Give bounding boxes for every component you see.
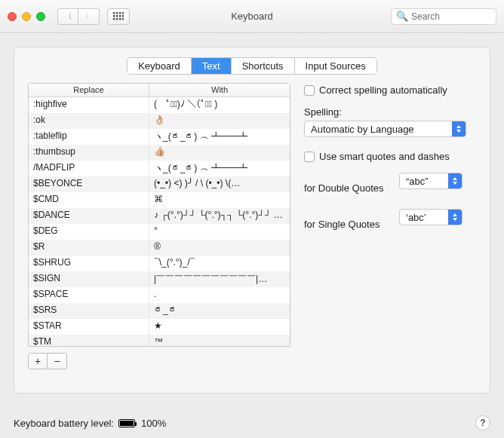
cell-with: ⌘ bbox=[149, 192, 290, 208]
battery-label: Keyboard battery level: bbox=[14, 418, 114, 429]
table-body[interactable]: :highfive( ﾟ◡ﾟ)ﾉ ＼(ﾟ◡ﾟ ):ok👌🏼:tableflipヽ… bbox=[29, 97, 290, 346]
col-replace[interactable]: Replace bbox=[29, 84, 149, 96]
cell-replace: :thumbsup bbox=[29, 145, 149, 161]
table-row[interactable]: $DANCE♪ ┌(°.°)┘┘ └(°.°)┐┐ └(°.°)┘┘ … bbox=[29, 208, 290, 224]
cell-with: ♪ ┌(°.°)┘┘ └(°.°)┐┐ └(°.°)┘┘ … bbox=[149, 208, 290, 224]
single-quotes-select[interactable]: ‘abc’ bbox=[399, 209, 463, 225]
window-controls bbox=[8, 12, 45, 21]
smart-quotes-checkbox[interactable] bbox=[304, 152, 315, 162]
double-quotes-select[interactable]: “abc” bbox=[399, 173, 463, 189]
table-row[interactable]: :thumbsup👍🏼 bbox=[29, 145, 290, 161]
tab-shortcuts[interactable]: Shortcuts bbox=[232, 58, 295, 74]
tab-keyboard[interactable]: Keyboard bbox=[128, 58, 192, 74]
cell-replace: $CMD bbox=[29, 192, 149, 208]
svg-rect-2 bbox=[119, 12, 121, 14]
table-row[interactable]: $TM™ bbox=[29, 335, 290, 346]
cell-with: 👌🏼 bbox=[149, 113, 290, 129]
cell-replace: $SHRUG bbox=[29, 256, 149, 271]
table-row[interactable]: $STAR★ bbox=[29, 319, 290, 335]
cell-replace: :ok bbox=[29, 113, 149, 129]
cell-replace: $SPACE bbox=[29, 287, 149, 303]
spelling-value: Automatic by Language bbox=[311, 124, 414, 135]
table-row[interactable]: $SPACE. bbox=[29, 287, 290, 303]
table-row[interactable]: $CMD⌘ bbox=[29, 192, 290, 208]
replacements-table: Replace With :highfive( ﾟ◡ﾟ)ﾉ ＼(ﾟ◡ﾟ ):ok… bbox=[28, 83, 290, 347]
single-quotes-label: for Single Quotes bbox=[304, 219, 393, 230]
table-row[interactable]: $SRSಠ_ಠ bbox=[29, 303, 290, 319]
cell-with: ★ bbox=[149, 319, 290, 335]
grid-icon bbox=[113, 12, 124, 21]
cell-with: ¯\_(°.°)_/¯ bbox=[149, 256, 290, 271]
cell-replace: $DANCE bbox=[29, 208, 149, 224]
single-quotes-value: ‘abc’ bbox=[406, 212, 426, 223]
cell-with: 👍🏼 bbox=[149, 145, 290, 161]
cell-replace: $BEYONCE bbox=[29, 176, 149, 192]
replacements-section: Replace With :highfive( ﾟ◡ﾟ)ﾉ ＼(ﾟ◡ﾟ ):ok… bbox=[28, 83, 290, 369]
cell-replace: $R bbox=[29, 240, 149, 256]
nav-segment: 〈 〉 bbox=[57, 8, 100, 25]
svg-rect-7 bbox=[122, 15, 124, 17]
search-icon: 🔍 bbox=[396, 11, 408, 22]
cell-replace: $SRS bbox=[29, 303, 149, 319]
table-row[interactable]: $SIGN|￣￣￣￣￣￣￣￣￣￣￣|… bbox=[29, 271, 290, 287]
correct-spelling-checkbox[interactable] bbox=[304, 85, 315, 96]
help-button[interactable]: ? bbox=[475, 415, 490, 430]
preferences-panel: KeyboardTextShortcutsInput Sources Repla… bbox=[14, 47, 490, 394]
table-row[interactable]: $SHRUG¯\_(°.°)_/¯ bbox=[29, 256, 290, 271]
close-window-button[interactable] bbox=[8, 12, 17, 21]
cell-replace: $DEG bbox=[29, 224, 149, 240]
add-button[interactable]: + bbox=[28, 353, 48, 369]
smart-quotes-label: Use smart quotes and dashes bbox=[319, 151, 450, 162]
back-button[interactable]: 〈 bbox=[57, 8, 78, 25]
footer: Keyboard battery level: 100% ? bbox=[14, 415, 490, 430]
cell-with: (•_•) <) )╯ / \ (•_•) \(… bbox=[149, 176, 290, 192]
cell-replace: :tableflip bbox=[29, 129, 149, 145]
svg-rect-0 bbox=[113, 12, 115, 14]
table-row[interactable]: $BEYONCE(•_•) <) )╯ / \ (•_•) \(… bbox=[29, 176, 290, 192]
forward-button[interactable]: 〉 bbox=[78, 8, 100, 25]
add-remove-segment: + − bbox=[28, 353, 290, 369]
cell-with: ° bbox=[149, 224, 290, 240]
spelling-select[interactable]: Automatic by Language bbox=[304, 121, 466, 137]
double-quotes-label: for Double Quotes bbox=[304, 182, 393, 194]
remove-button[interactable]: − bbox=[48, 353, 67, 369]
show-all-button[interactable] bbox=[107, 8, 130, 25]
table-row[interactable]: :ok👌🏼 bbox=[29, 113, 290, 129]
cell-replace: $SIGN bbox=[29, 271, 149, 287]
cell-replace: $STAR bbox=[29, 319, 149, 335]
titlebar: 〈 〉 Keyboard 🔍 bbox=[0, 0, 504, 33]
select-stepper-icon bbox=[452, 121, 466, 136]
tab-bar: KeyboardTextShortcutsInput Sources bbox=[14, 47, 490, 83]
correct-spelling-label: Correct spelling automatically bbox=[319, 84, 447, 96]
table-row[interactable]: /MADFLIPヽ_(ಠ_ಠ) ︵ ┻━━┻ bbox=[29, 161, 290, 176]
search-field-wrap[interactable]: 🔍 bbox=[391, 8, 496, 25]
cell-with: ヽ_(ಠ_ಠ) ︵ ┻━━┻ bbox=[149, 129, 290, 145]
tab-input-sources[interactable]: Input Sources bbox=[295, 58, 376, 74]
minimize-window-button[interactable] bbox=[22, 12, 31, 21]
search-input[interactable] bbox=[411, 11, 491, 22]
table-row[interactable]: :tableflipヽ_(ಠ_ಠ) ︵ ┻━━┻ bbox=[29, 129, 290, 145]
table-header: Replace With bbox=[29, 84, 290, 97]
svg-rect-3 bbox=[122, 12, 124, 14]
select-stepper-icon bbox=[448, 173, 462, 188]
cell-replace: /MADFLIP bbox=[29, 161, 149, 176]
col-with[interactable]: With bbox=[149, 84, 290, 96]
tab-text[interactable]: Text bbox=[192, 58, 232, 74]
zoom-window-button[interactable] bbox=[36, 12, 45, 21]
table-row[interactable]: $R® bbox=[29, 240, 290, 256]
cell-replace: $TM bbox=[29, 335, 149, 346]
cell-with: ヽ_(ಠ_ಠ) ︵ ┻━━┻ bbox=[149, 161, 290, 176]
table-row[interactable]: :highfive( ﾟ◡ﾟ)ﾉ ＼(ﾟ◡ﾟ ) bbox=[29, 97, 290, 113]
options-section: Correct spelling automatically Spelling:… bbox=[304, 83, 476, 369]
cell-with: |￣￣￣￣￣￣￣￣￣￣￣|… bbox=[149, 271, 290, 287]
battery-icon bbox=[118, 419, 137, 427]
spelling-label: Spelling: bbox=[304, 106, 476, 118]
cell-replace: :highfive bbox=[29, 97, 149, 113]
svg-rect-9 bbox=[116, 18, 118, 20]
cell-with: . bbox=[149, 287, 290, 303]
svg-rect-1 bbox=[116, 12, 118, 14]
select-stepper-icon bbox=[448, 210, 462, 225]
svg-rect-5 bbox=[116, 15, 118, 17]
table-row[interactable]: $DEG° bbox=[29, 224, 290, 240]
double-quotes-value: “abc” bbox=[406, 176, 429, 187]
